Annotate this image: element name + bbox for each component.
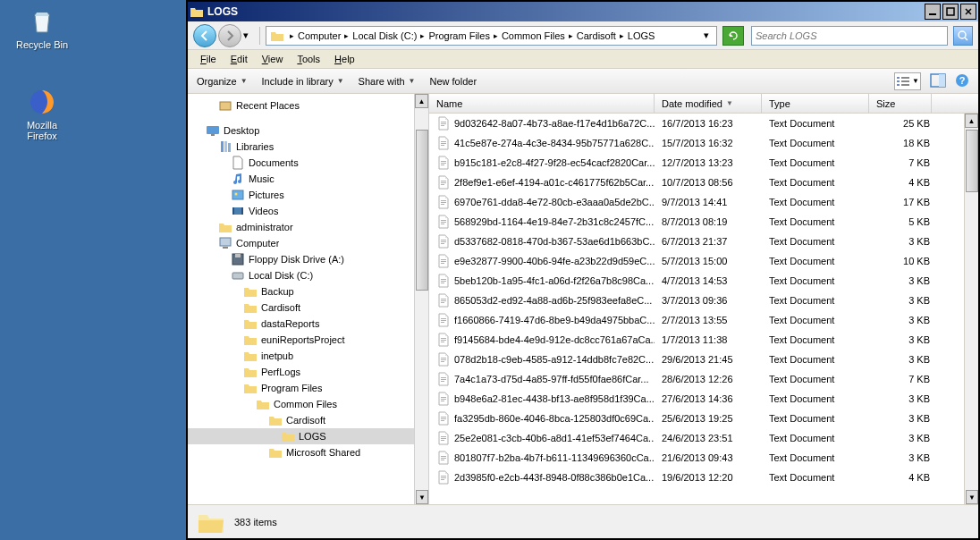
tree-recent-places[interactable]: Recent Places: [188, 97, 428, 114]
nav-back-button[interactable]: [193, 24, 216, 47]
menu-view[interactable]: View: [255, 52, 291, 66]
breadcrumb-common[interactable]: Common Files: [500, 30, 567, 41]
tree-pictures[interactable]: Pictures: [188, 187, 428, 203]
file-date: 9/7/2013 14:41: [655, 197, 762, 207]
text-file-icon: [436, 175, 451, 190]
tree-dasta[interactable]: dastaReports: [188, 316, 428, 332]
tree-desktop[interactable]: Desktop: [188, 122, 428, 139]
file-row[interactable]: fa3295db-860e-4046-8bca-125803df0c69Ca..…: [429, 409, 978, 428]
scroll-thumb[interactable]: [416, 130, 428, 291]
tree-progfiles[interactable]: Program Files: [188, 380, 428, 396]
chevron-right-icon[interactable]: ▸: [342, 31, 351, 40]
file-row[interactable]: 865053d2-ed92-4a88-ad6b-25f983eefa8eC...…: [429, 291, 978, 310]
minimize-button[interactable]: [925, 4, 941, 20]
chevron-right-icon[interactable]: ▸: [567, 31, 575, 40]
file-row[interactable]: e9e32877-9900-40b6-94fe-a23b22d9d59eC...…: [429, 251, 978, 271]
list-scrollbar[interactable]: ▲ ▼: [964, 114, 978, 504]
tree-logs[interactable]: LOGS: [188, 428, 428, 444]
file-row[interactable]: 7a4c1a73-d75d-4a85-97ff-fd55f0fae86fCar.…: [429, 369, 978, 389]
share-with-button[interactable]: Share with ▼: [359, 76, 416, 87]
menu-file[interactable]: File: [193, 52, 224, 66]
svg-rect-61: [441, 320, 446, 321]
tree-videos[interactable]: Videos: [188, 203, 428, 219]
breadcrumb-dropdown[interactable]: ▾: [700, 30, 713, 41]
tree-msshared[interactable]: Microsoft Shared: [188, 444, 428, 460]
tree-localdisk[interactable]: Local Disk (C:): [188, 267, 428, 283]
file-list[interactable]: 9d032642-8a07-4b73-a8ae-f17e4d1b6a72C...…: [429, 114, 978, 504]
firefox-shortcut[interactable]: Mozilla Firefox: [11, 88, 73, 141]
tree-euni[interactable]: euniReportsProject: [188, 332, 428, 348]
file-row[interactable]: 2d3985f0-e2cb-443f-8948-0f88c386b0e1Ca..…: [429, 468, 978, 487]
scroll-down-arrow[interactable]: ▼: [416, 490, 428, 504]
file-row[interactable]: f1660866-7419-47d6-8be9-b49da4975bbaC...…: [429, 310, 978, 330]
folder-tree[interactable]: Recent Places Desktop Libraries Document…: [188, 94, 428, 504]
chevron-right-icon[interactable]: ▸: [492, 31, 500, 40]
column-type[interactable]: Type: [762, 94, 869, 113]
file-row[interactable]: 5beb120b-1a95-4fc1-a06d-f2f26a7b8c98Ca..…: [429, 271, 978, 291]
file-row[interactable]: 2f8ef9e1-e6ef-4194-a01c-c461775f62b5Car.…: [429, 173, 978, 192]
refresh-button[interactable]: [722, 26, 744, 46]
file-row[interactable]: 9d032642-8a07-4b73-a8ae-f17e4d1b6a72C...…: [429, 114, 978, 133]
tree-libraries[interactable]: Libraries: [188, 139, 428, 155]
tree-documents[interactable]: Documents: [188, 155, 428, 171]
tree-cardisoft2[interactable]: Cardisoft: [188, 412, 428, 428]
tree-inetpub[interactable]: inetpub: [188, 348, 428, 364]
svg-rect-39: [441, 181, 446, 181]
menu-help[interactable]: Help: [327, 52, 362, 66]
new-folder-button[interactable]: New folder: [429, 76, 477, 87]
preview-pane-button[interactable]: [930, 73, 946, 89]
breadcrumb-computer[interactable]: Computer: [296, 30, 342, 41]
scroll-up-arrow[interactable]: ▲: [415, 94, 428, 108]
column-size[interactable]: Size: [869, 94, 932, 113]
menu-edit[interactable]: Edit: [224, 52, 255, 66]
search-input[interactable]: [756, 30, 943, 41]
tree-computer[interactable]: Computer: [188, 235, 428, 251]
breadcrumb-progfiles[interactable]: Program Files: [427, 30, 491, 41]
tree-music[interactable]: Music: [188, 171, 428, 187]
include-library-button[interactable]: Include in library ▼: [262, 76, 344, 87]
file-row[interactable]: 568929bd-1164-4e19-84e7-2b31c8c2457fC...…: [429, 212, 978, 232]
chevron-right-icon[interactable]: ▸: [418, 31, 427, 40]
breadcrumb-localdisk[interactable]: Local Disk (C:): [351, 30, 418, 41]
column-name[interactable]: Name: [429, 94, 655, 113]
tree-scrollbar[interactable]: ▲ ▼: [414, 94, 428, 504]
organize-button[interactable]: Organize ▼: [197, 76, 248, 87]
scroll-thumb[interactable]: [966, 130, 978, 192]
scroll-up-arrow[interactable]: ▲: [965, 114, 978, 128]
titlebar[interactable]: LOGS: [188, 2, 978, 21]
svg-rect-82: [441, 458, 446, 459]
tree-common[interactable]: Common Files: [188, 396, 428, 412]
nav-history-dropdown[interactable]: ▾: [243, 30, 254, 41]
chevron-right-icon[interactable]: ▸: [288, 31, 296, 40]
file-row[interactable]: 801807f7-b2ba-4b7f-b611-11349696360cCa..…: [429, 448, 978, 468]
window-title: LOGS: [207, 5, 923, 18]
tree-floppy[interactable]: Floppy Disk Drive (A:): [188, 251, 428, 267]
file-row[interactable]: 078d2b18-c9eb-4585-a912-14ddb8fc7e82C...…: [429, 350, 978, 369]
view-options-button[interactable]: ▼: [894, 72, 921, 90]
scroll-down-arrow[interactable]: ▼: [966, 490, 978, 504]
recycle-bin[interactable]: Recycle Bin: [11, 7, 73, 50]
tree-cardisoft[interactable]: Cardisoft: [188, 300, 428, 316]
breadcrumb[interactable]: ▸ Computer ▸ Local Disk (C:) ▸ Program F…: [266, 26, 717, 46]
tree-backup[interactable]: Backup: [188, 283, 428, 300]
file-row[interactable]: 25e2e081-c3cb-40b6-a8d1-41ef53ef7464Ca..…: [429, 428, 978, 448]
tree-perflogs[interactable]: PerfLogs: [188, 364, 428, 380]
column-date[interactable]: Date modified▼: [655, 94, 762, 113]
help-button[interactable]: ?: [955, 73, 969, 89]
breadcrumb-cardisoft[interactable]: Cardisoft: [575, 30, 618, 41]
search-button[interactable]: [953, 26, 973, 46]
file-row[interactable]: f9145684-bde4-4e9d-912e-dc8cc761a67aCa..…: [429, 330, 978, 350]
chevron-right-icon[interactable]: ▸: [618, 31, 626, 40]
file-row[interactable]: d5337682-0818-470d-b367-53ae6d1b663bC...…: [429, 232, 978, 251]
search-box[interactable]: [751, 26, 948, 46]
file-row[interactable]: b948e6a2-81ec-4438-bf13-ae8f958d1f39Ca..…: [429, 389, 978, 409]
nav-forward-button[interactable]: [218, 24, 241, 47]
file-row[interactable]: 41c5e87e-274a-4c3e-8434-95b75771a628C...…: [429, 133, 978, 153]
menu-tools[interactable]: Tools: [290, 52, 327, 66]
maximize-button[interactable]: [942, 4, 959, 20]
tree-administrator[interactable]: administrator: [188, 219, 428, 235]
file-row[interactable]: b915c181-e2c8-4f27-9f28-ec54cacf2820Car.…: [429, 153, 978, 173]
file-row[interactable]: 6970e761-dda8-4e72-80cb-e3aaa0a5de2bC...…: [429, 192, 978, 212]
close-button[interactable]: [960, 4, 976, 20]
breadcrumb-logs[interactable]: LOGS: [626, 30, 657, 41]
